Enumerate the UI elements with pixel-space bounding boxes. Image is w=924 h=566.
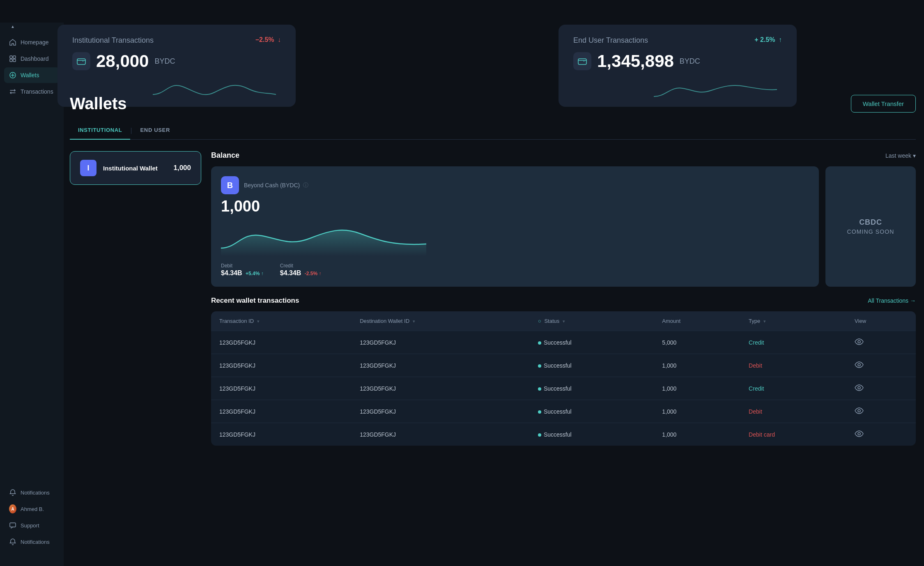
credit-value: $4.34B -2.5% ↑ bbox=[280, 269, 322, 277]
view-eye-icon[interactable] bbox=[855, 383, 864, 392]
balance-section: Balance Last week ▾ B Beyond Cash (B bbox=[211, 151, 916, 287]
cbdc-subtitle: COMING SOON bbox=[847, 228, 894, 235]
institutional-card-title: Institutional Transactions bbox=[72, 36, 281, 45]
cell-view[interactable] bbox=[846, 423, 916, 446]
cell-dest-wallet: 123GD5FGKJ bbox=[352, 377, 530, 400]
end-user-card-amount-row: 1,345,898 BYDC bbox=[573, 51, 782, 71]
sidebar-item-homepage[interactable]: Homepage bbox=[4, 35, 60, 50]
status-sort-icon[interactable]: ▾ bbox=[563, 319, 565, 324]
sidebar-item-transactions[interactable]: Transactions bbox=[4, 84, 60, 99]
dest-sort-icon[interactable]: ▾ bbox=[413, 319, 415, 324]
sidebar-item-label-homepage: Homepage bbox=[21, 39, 49, 46]
cell-amount: 5,000 bbox=[654, 331, 740, 354]
cell-status: Successful bbox=[530, 377, 654, 400]
transactions-title: Recent wallet transactions bbox=[211, 297, 299, 305]
sidebar-item-ahmed[interactable]: A Ahmed B. bbox=[4, 501, 60, 517]
cell-amount: 1,000 bbox=[654, 423, 740, 446]
bydc-logo: B bbox=[221, 176, 239, 194]
wallet-info: Institutional Wallet bbox=[103, 165, 167, 172]
cell-view[interactable] bbox=[846, 400, 916, 423]
wallet-transfer-button[interactable]: Wallet Transfer bbox=[851, 95, 916, 113]
bydc-balance-card: B Beyond Cash (BYDC) ⓘ 1,000 bbox=[211, 166, 819, 287]
svg-rect-5 bbox=[10, 523, 16, 527]
cell-view[interactable] bbox=[846, 354, 916, 377]
cell-view[interactable] bbox=[846, 377, 916, 400]
sidebar-item-notifications-2[interactable]: Notifications bbox=[4, 534, 60, 550]
sidebar-item-wallets[interactable]: Wallets bbox=[4, 67, 60, 83]
sidebar-item-dashboard[interactable]: Dashboard bbox=[4, 51, 60, 67]
chat-icon bbox=[9, 522, 16, 529]
sidebar-bottom: Notifications A Ahmed B. Support bbox=[0, 485, 64, 558]
svg-point-9 bbox=[858, 364, 860, 366]
sidebar-item-notifications-1[interactable]: Notifications bbox=[4, 485, 60, 500]
sidebar: Beyond Cash ▲ Homepage Dashboard bbox=[0, 0, 64, 566]
debit-label: Debit bbox=[221, 263, 264, 269]
view-eye-icon[interactable] bbox=[855, 337, 864, 346]
svg-point-11 bbox=[858, 410, 860, 412]
svg-rect-3 bbox=[13, 59, 16, 62]
status-dot bbox=[538, 433, 541, 437]
bydc-chart bbox=[221, 223, 426, 256]
cell-amount: 1,000 bbox=[654, 354, 740, 377]
cell-amount: 1,000 bbox=[654, 377, 740, 400]
table-row: 123GD5FGKJ 123GD5FGKJ Successful 1,000 D… bbox=[211, 423, 916, 446]
tab-institutional[interactable]: INSTITUTIONAL bbox=[70, 123, 130, 140]
view-eye-icon[interactable] bbox=[855, 360, 864, 369]
sidebar-support-label: Support bbox=[21, 522, 39, 529]
table-row: 123GD5FGKJ 123GD5FGKJ Successful 5,000 C… bbox=[211, 331, 916, 354]
cell-dest-wallet: 123GD5FGKJ bbox=[352, 331, 530, 354]
bydc-header: B Beyond Cash (BYDC) ⓘ bbox=[221, 176, 809, 194]
all-transactions-link[interactable]: All Transactions → bbox=[868, 297, 916, 304]
view-eye-icon[interactable] bbox=[855, 429, 864, 438]
col-status: ○ Status ▾ bbox=[530, 311, 654, 331]
sidebar-item-support[interactable]: Support bbox=[4, 518, 60, 533]
debit-stat: Debit $4.34B +5.4% ↑ bbox=[221, 263, 264, 277]
view-eye-icon[interactable] bbox=[855, 406, 864, 415]
top-bar-overlay bbox=[0, 0, 924, 23]
status-dot bbox=[538, 410, 541, 414]
status-dot bbox=[538, 387, 541, 391]
institutional-wallet-icon bbox=[72, 52, 90, 70]
svg-point-8 bbox=[858, 341, 860, 343]
status-dot bbox=[538, 341, 541, 345]
debit-change: +5.4% ↑ bbox=[246, 271, 264, 276]
col-txn-id: Transaction ID ▾ bbox=[211, 311, 352, 331]
svg-rect-7 bbox=[578, 59, 586, 64]
txn-sort-icon[interactable]: ▾ bbox=[257, 319, 260, 324]
tab-end-user[interactable]: END USER bbox=[132, 123, 178, 140]
svg-rect-1 bbox=[13, 56, 16, 58]
institutional-change: −2.5% ↓ bbox=[255, 36, 281, 44]
cell-dest-wallet: 123GD5FGKJ bbox=[352, 400, 530, 423]
table-row: 123GD5FGKJ 123GD5FGKJ Successful 1,000 C… bbox=[211, 377, 916, 400]
type-sort-icon[interactable]: ▾ bbox=[763, 319, 766, 324]
svg-rect-6 bbox=[77, 59, 85, 64]
institutional-wallet-card[interactable]: I Institutional Wallet 1,000 bbox=[70, 151, 201, 185]
cell-txn-id: 123GD5FGKJ bbox=[211, 400, 352, 423]
table-row: 123GD5FGKJ 123GD5FGKJ Successful 1,000 D… bbox=[211, 354, 916, 377]
sidebar-item-label-dashboard: Dashboard bbox=[21, 55, 49, 62]
sidebar-notifications-2-label: Notifications bbox=[21, 539, 50, 545]
avatar-icon: A bbox=[9, 505, 16, 513]
cell-amount: 1,000 bbox=[654, 400, 740, 423]
credit-stat: Credit $4.34B -2.5% ↑ bbox=[280, 263, 322, 277]
cell-status: Successful bbox=[530, 400, 654, 423]
info-icon: ⓘ bbox=[303, 182, 308, 189]
wallet-icon bbox=[9, 71, 16, 79]
bydc-stats: Debit $4.34B +5.4% ↑ Credit $4.34B bbox=[221, 263, 809, 277]
col-amount: Amount bbox=[654, 311, 740, 331]
credit-change: -2.5% ↑ bbox=[305, 271, 322, 276]
cell-status: Successful bbox=[530, 423, 654, 446]
col-dest-wallet: Destination Wallet ID ▾ bbox=[352, 311, 530, 331]
home-icon bbox=[9, 39, 16, 46]
sidebar-item-label-transactions: Transactions bbox=[21, 88, 53, 95]
table-header-row: Transaction ID ▾ Destination Wallet ID ▾… bbox=[211, 311, 916, 331]
cell-view[interactable] bbox=[846, 331, 916, 354]
sidebar-nav: Homepage Dashboard Wallets bbox=[0, 35, 64, 485]
period-selector[interactable]: Last week ▾ bbox=[885, 152, 916, 159]
credit-label: Credit bbox=[280, 263, 322, 269]
end-user-unit: BYDC bbox=[680, 57, 700, 66]
table-row: 123GD5FGKJ 123GD5FGKJ Successful 1,000 D… bbox=[211, 400, 916, 423]
grid-icon bbox=[9, 55, 16, 62]
transactions-tbody: 123GD5FGKJ 123GD5FGKJ Successful 5,000 C… bbox=[211, 331, 916, 446]
transactions-table: Transaction ID ▾ Destination Wallet ID ▾… bbox=[211, 311, 916, 446]
